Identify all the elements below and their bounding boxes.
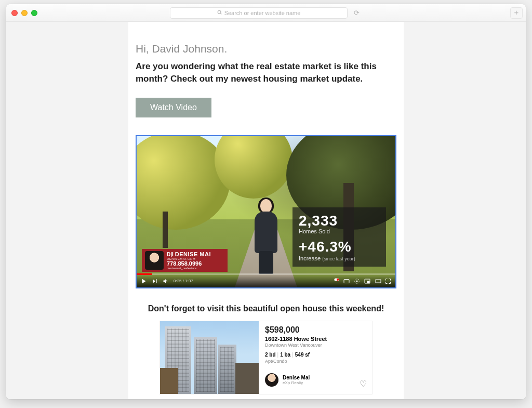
window-traffic-lights (11, 10, 37, 16)
video-player[interactable]: D|IDENISE MAI DENISEMAI.COM 778.858.0996… (136, 135, 396, 288)
svg-marker-5 (164, 279, 166, 283)
greeting-text: Hi, David Johnson. (136, 43, 396, 55)
svg-point-9 (356, 280, 358, 282)
svg-rect-8 (344, 279, 349, 283)
video-controls: 0:35 / 1:37 (137, 275, 395, 287)
listing-agent-name: Denise Mai (283, 375, 310, 380)
svg-line-1 (220, 13, 221, 14)
window-close-button[interactable] (11, 10, 18, 16)
window-zoom-button[interactable] (31, 10, 37, 16)
stat-increase-value: +46.3% (299, 239, 380, 255)
listing-brokerage: eXp Realty (283, 380, 310, 385)
video-progress-bar[interactable] (137, 273, 395, 275)
settings-icon[interactable] (354, 278, 360, 284)
listing-type: Apt/Condo (265, 359, 366, 364)
listing-agent-avatar (265, 373, 278, 387)
address-bar-placeholder: Search or enter website name (224, 10, 301, 16)
listing-info: $598,000 1602-1188 Howe Street Downtown … (259, 321, 372, 394)
listing-sqft: 549 sf (295, 352, 310, 358)
video-stats-overlay: 2,333 Homes Sold +46.3% Increase (since … (292, 207, 386, 267)
window-minimize-button[interactable] (21, 10, 28, 16)
address-bar-wrap: Search or enter website name ⟳ (170, 7, 362, 19)
listing-price: $598,000 (265, 325, 366, 335)
stat-increase-label: Increase (299, 255, 321, 261)
video-time: 0:35 / 1:37 (174, 279, 193, 283)
stat-increase-sublabel: (since last year) (322, 256, 355, 261)
search-icon (217, 10, 222, 16)
open-house-heading: Don't forget to visit this beautiful ope… (136, 304, 396, 313)
miniplayer-icon[interactable] (364, 278, 370, 284)
agent-overlay-handle: denisemai_realestate (167, 267, 211, 270)
page: Hi, David Johnson. Are you wondering wha… (6, 22, 526, 399)
address-bar[interactable]: Search or enter website name (170, 7, 348, 19)
listing-agent-row: Denise Mai eXp Realty (265, 373, 366, 387)
browser-window: Search or enter website name ⟳ + Hi, Dav… (6, 4, 526, 399)
email-content-column: Hi, David Johnson. Are you wondering wha… (128, 22, 404, 399)
favorite-heart-icon[interactable]: ♡ (360, 379, 367, 389)
svg-marker-3 (153, 279, 155, 283)
new-tab-button[interactable]: + (510, 7, 523, 19)
svg-point-0 (218, 10, 221, 14)
agent-logo: D|I (167, 252, 174, 257)
listing-photo (160, 321, 259, 394)
browser-titlebar: Search or enter website name ⟳ + (6, 4, 526, 22)
listing-card[interactable]: $598,000 1602-1188 Howe Street Downtown … (159, 321, 373, 394)
left-gutter (6, 22, 128, 399)
listing-locality: Downtown West Vancouver (265, 343, 366, 348)
svg-point-7 (337, 278, 339, 280)
right-gutter (404, 22, 526, 399)
svg-marker-2 (142, 279, 146, 283)
agent-overlay-avatar (145, 251, 164, 270)
svg-rect-4 (156, 279, 157, 283)
video-presenter (251, 199, 281, 274)
listing-address: 1602-1188 Howe Street (265, 336, 366, 342)
fullscreen-icon[interactable] (385, 278, 391, 284)
autoplay-toggle-icon[interactable] (333, 278, 339, 284)
theater-icon[interactable] (375, 278, 381, 284)
svg-rect-12 (376, 280, 381, 283)
play-icon[interactable] (141, 278, 147, 284)
captions-icon[interactable] (343, 278, 350, 284)
watch-video-button[interactable]: Watch Video (136, 98, 211, 117)
video-agent-overlay: D|IDENISE MAI DENISEMAI.COM 778.858.0996… (142, 249, 228, 272)
agent-overlay-name: DENISE MAI (175, 251, 211, 257)
headline-text: Are you wondering what the real estate m… (136, 60, 396, 85)
listing-baths: 1 ba (280, 352, 290, 358)
svg-rect-11 (367, 281, 369, 283)
stat-homes-sold-value: 2,333 (299, 213, 380, 229)
browser-viewport: Hi, David Johnson. Are you wondering wha… (6, 22, 526, 399)
listing-specs: 2 bd|1 ba|549 sf (265, 352, 366, 358)
next-icon[interactable] (152, 278, 158, 284)
listing-beds: 2 bd (265, 352, 276, 358)
reload-button[interactable]: ⟳ (351, 9, 362, 17)
volume-icon[interactable] (163, 278, 169, 284)
agent-overlay-phone: 778.858.0996 (167, 260, 211, 267)
stat-homes-sold-label: Homes Sold (299, 228, 380, 234)
